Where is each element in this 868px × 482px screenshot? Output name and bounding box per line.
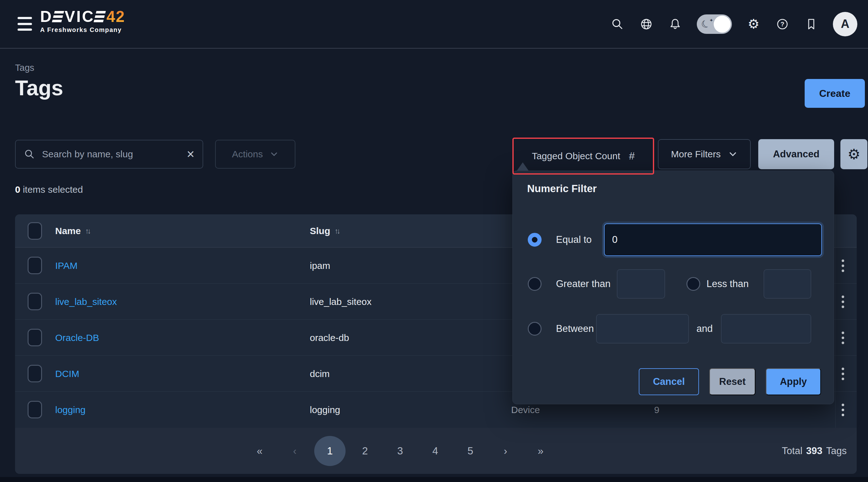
total-count-text: Total393Tags [782, 428, 847, 474]
row-actions-kebab-icon[interactable] [836, 284, 850, 320]
brand-e-glyph [94, 11, 106, 22]
less-than-label: Less than [707, 277, 748, 291]
bottom-strip [0, 477, 868, 482]
svg-text:?: ? [780, 21, 784, 28]
row-actions-kebab-icon[interactable] [836, 392, 850, 428]
tag-name-link[interactable]: logging [55, 405, 86, 415]
tag-name-link[interactable]: DCIM [55, 368, 79, 379]
tagged-object-count-filter-button[interactable]: Tagged Object Count # [513, 137, 654, 174]
brand-number: 42 [106, 9, 125, 25]
between-max-input[interactable] [721, 314, 811, 344]
avatar-initial: A [841, 17, 849, 31]
actions-label: Actions [232, 149, 263, 160]
pagination-first[interactable]: « [244, 436, 275, 466]
toggle-knob [714, 16, 731, 33]
sparkle-icon: ✦ [709, 18, 713, 23]
help-icon[interactable]: ? [775, 17, 789, 31]
pagination: « ‹ 1 2 3 4 5 › » [244, 428, 556, 474]
row-actions-kebab-icon[interactable] [836, 248, 850, 284]
pagination-page-4[interactable]: 4 [420, 436, 451, 466]
greater-than-input[interactable] [617, 269, 665, 299]
column-header-name[interactable]: Name↑↓ [55, 214, 90, 248]
equal-to-radio[interactable] [528, 233, 541, 247]
numeric-filter-popup: Numeric Filter Equal to Greater than Les… [513, 170, 834, 404]
greater-than-radio[interactable] [528, 277, 541, 291]
search-box: × [15, 140, 203, 169]
pagination-prev[interactable]: ‹ [279, 436, 310, 466]
pagination-page-3[interactable]: 3 [384, 436, 416, 466]
equal-to-input[interactable] [604, 223, 822, 256]
tag-name-link[interactable]: live_lab_siteox [55, 296, 117, 307]
navbar-icons: ☾ ✦ ⚙ ? A [610, 0, 857, 48]
create-button[interactable]: Create [805, 79, 865, 108]
pagination-last[interactable]: » [525, 436, 556, 466]
total-count: 393 [806, 445, 823, 457]
tag-slug: dcim [310, 356, 330, 392]
gear-icon: ⚙ [847, 147, 860, 161]
advanced-button[interactable]: Advanced [758, 139, 834, 169]
row-checkbox[interactable] [28, 257, 42, 274]
bell-icon[interactable] [668, 17, 682, 31]
search-icon[interactable] [610, 17, 625, 31]
pagination-next[interactable]: › [490, 436, 521, 466]
tag-name-link[interactable]: IPAM [55, 260, 78, 271]
chevron-down-icon [270, 150, 278, 159]
reset-button[interactable]: Reset [709, 368, 755, 395]
greater-than-label: Greater than [556, 277, 611, 291]
row-checkbox[interactable] [28, 365, 42, 382]
globe-icon[interactable] [639, 17, 653, 31]
table-footer: « ‹ 1 2 3 4 5 › » Total393Tags [15, 428, 857, 474]
and-label: and [696, 322, 713, 335]
sort-icon: ↑↓ [85, 227, 90, 235]
tagged-filter-label: Tagged Object Count [532, 151, 620, 161]
dark-mode-toggle[interactable]: ☾ ✦ [697, 14, 732, 34]
pagination-page-2[interactable]: 2 [349, 436, 381, 466]
row-checkbox[interactable] [28, 401, 42, 418]
apply-button[interactable]: Apply [766, 368, 821, 395]
actions-dropdown[interactable]: Actions [215, 140, 296, 169]
less-than-input[interactable] [764, 269, 811, 299]
sort-icon: ↑↓ [335, 227, 339, 235]
table-settings-button[interactable]: ⚙ [840, 139, 867, 169]
brand-tagline: A Freshworks Company [40, 26, 125, 34]
tag-slug: logging [310, 392, 340, 428]
more-filters-dropdown[interactable]: More Filters [658, 139, 751, 169]
brand-letter: C [82, 9, 94, 25]
cancel-button[interactable]: Cancel [639, 368, 699, 395]
row-actions-kebab-icon[interactable] [836, 356, 850, 392]
page-title: Tags [15, 77, 63, 98]
between-min-input[interactable] [596, 314, 689, 344]
equal-to-label: Equal to [556, 233, 592, 247]
less-than-radio[interactable] [686, 277, 700, 291]
select-all-checkbox[interactable] [28, 222, 42, 240]
search-input[interactable] [41, 149, 187, 160]
brand-logo: DVIC42 A Freshworks Company [40, 9, 125, 34]
more-filters-label: More Filters [671, 149, 721, 160]
row-checkbox[interactable] [28, 329, 42, 346]
row-actions-kebab-icon[interactable] [836, 320, 850, 356]
pagination-page-5[interactable]: 5 [455, 436, 486, 466]
tag-slug: oracle-db [310, 320, 349, 356]
clear-search-icon[interactable]: × [187, 148, 194, 161]
brand-letter: V [65, 9, 76, 25]
gear-icon[interactable]: ⚙ [746, 17, 761, 31]
between-label: Between [556, 322, 594, 335]
tag-name-link[interactable]: Oracle-DB [55, 332, 99, 343]
row-checkbox[interactable] [28, 293, 42, 310]
top-navbar: DVIC42 A Freshworks Company ☾ ✦ ⚙ ? A [0, 0, 868, 49]
brand-letter: D [40, 9, 53, 25]
brand-e-glyph [52, 11, 64, 22]
search-icon [24, 149, 35, 160]
selected-count: 0 [15, 184, 20, 195]
hamburger-menu-icon[interactable] [18, 17, 32, 31]
popup-title: Numeric Filter [527, 183, 597, 195]
avatar[interactable]: A [833, 12, 857, 36]
pagination-page-1[interactable]: 1 [314, 436, 346, 466]
column-header-slug[interactable]: Slug↑↓ [310, 214, 339, 248]
tag-slug: live_lab_siteox [310, 284, 372, 320]
between-radio[interactable] [528, 322, 541, 335]
numeric-hash-icon: # [629, 150, 635, 162]
breadcrumb: Tags [15, 63, 34, 73]
brand-letter: I [76, 9, 82, 25]
bookmark-icon[interactable] [804, 17, 818, 31]
